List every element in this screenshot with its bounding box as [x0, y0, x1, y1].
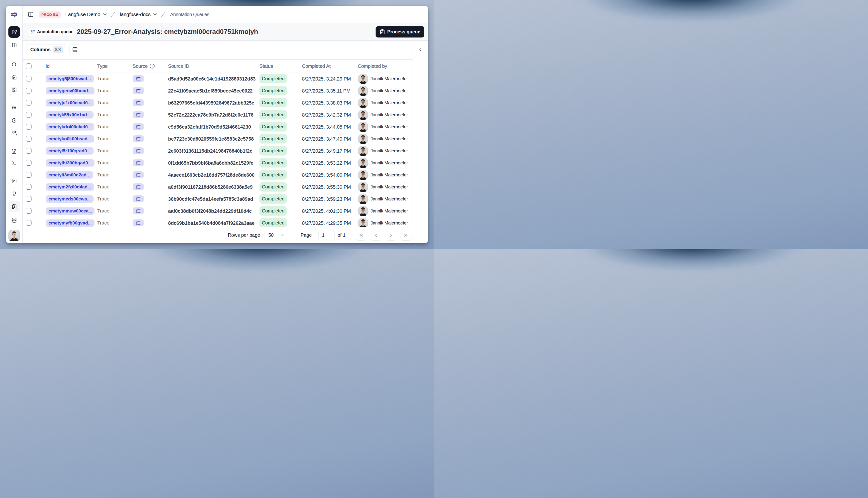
row-checkbox[interactable] — [26, 76, 31, 81]
sidebar-item-sessions[interactable] — [9, 115, 20, 126]
collapse-panel-button[interactable] — [416, 45, 425, 54]
list-tree-icon — [135, 88, 141, 93]
col-header-status[interactable]: Status — [259, 64, 302, 69]
sidebar-item-datasets[interactable] — [9, 214, 20, 226]
row-checkbox[interactable] — [26, 208, 31, 214]
row-checkbox[interactable] — [26, 220, 31, 226]
row-source-badge[interactable] — [133, 171, 144, 178]
row-source-badge[interactable] — [133, 147, 144, 154]
info-icon[interactable] — [150, 64, 155, 69]
table-row[interactable]: cmetykdr400ciad0... Trace c9d56ca32efaff… — [23, 121, 413, 133]
last-page-button[interactable] — [401, 230, 411, 240]
table-row[interactable]: cmetymmuw00cea... Trace aaf0c38db0f3f204… — [23, 205, 413, 217]
langfuse-logo-icon[interactable] — [11, 12, 17, 17]
col-header-source-id[interactable]: Source ID — [168, 64, 259, 69]
table-row[interactable]: cmetym2fz00d4ad... Trace a0df3f901167218… — [23, 181, 413, 193]
table-row[interactable]: cmetylht300bqad0... Trace 0f1dd65b7bb9bf… — [23, 157, 413, 169]
row-id-badge[interactable]: cmetyl5r100grad0... — [46, 147, 94, 155]
row-source-badge[interactable] — [133, 159, 144, 166]
chevron-down-icon[interactable] — [152, 12, 158, 17]
row-checkbox[interactable] — [26, 148, 31, 154]
page-number-input[interactable]: 1 — [318, 230, 335, 241]
prev-page-button[interactable] — [371, 230, 381, 240]
table-row[interactable]: cmetymeds00cwa... Trace 36b90cdfc47e5da1… — [23, 193, 413, 205]
sidebar-item-home[interactable] — [9, 71, 20, 83]
list-tree-icon — [135, 148, 141, 154]
row-id-badge[interactable]: cmetylt3m00d2ad... — [46, 171, 93, 179]
table-toolbar: Columns 8/8 — [23, 41, 413, 60]
row-checkbox[interactable] — [26, 100, 31, 105]
sidebar-item-users[interactable] — [9, 127, 20, 139]
sidebar-item-playground[interactable] — [9, 157, 20, 169]
row-source-badge[interactable] — [133, 87, 144, 94]
table-row[interactable]: cmetyko0k00bsad... Trace be7723e30d80205… — [23, 133, 413, 145]
row-checkbox[interactable] — [26, 184, 31, 189]
table-header-row: Id Type Source Source ID Status Complete… — [23, 60, 413, 73]
col-header-id[interactable]: Id — [46, 64, 98, 69]
table-row[interactable]: cmetylt3m00d2ad... Trace 4aaece1603cb2e1… — [23, 169, 413, 181]
row-checkbox[interactable] — [26, 88, 31, 93]
row-id-badge[interactable]: cmetyju1r00ccad0... — [46, 99, 94, 106]
table-row[interactable]: cmetyl5r100grad0... Trace 2e603f31361115… — [23, 145, 413, 157]
col-header-source[interactable]: Source — [133, 64, 168, 69]
row-id-badge[interactable]: cmetymyfb00gvad... — [46, 220, 94, 227]
next-page-button[interactable] — [386, 230, 396, 240]
sidebar-item-prompts[interactable] — [9, 145, 20, 157]
row-checkbox[interactable] — [26, 124, 31, 130]
sidebar-item-insights[interactable] — [9, 188, 20, 200]
sidebar-item-search[interactable] — [9, 59, 20, 70]
row-source-badge[interactable] — [133, 195, 144, 202]
sidebar-item-grid[interactable] — [9, 39, 20, 51]
sidebar-item-tracing[interactable] — [9, 102, 20, 113]
first-page-button[interactable] — [356, 230, 366, 240]
sidebar-item-annotation[interactable] — [9, 201, 20, 212]
row-status-badge: Completed — [259, 170, 287, 180]
chevron-down-icon[interactable] — [102, 12, 108, 17]
row-source-badge[interactable] — [133, 75, 144, 82]
sidebar-item-open-window[interactable] — [9, 26, 20, 38]
col-header-completed-at[interactable]: Completed At — [302, 64, 358, 69]
process-queue-button[interactable]: Process queue — [376, 26, 424, 38]
row-checkbox[interactable] — [26, 136, 31, 142]
row-source-badge[interactable] — [133, 99, 144, 106]
row-id-badge[interactable]: cmetyko0k00bsad... — [46, 135, 94, 143]
row-source-badge[interactable] — [133, 123, 144, 130]
row-source-badge[interactable] — [133, 220, 144, 226]
col-header-completed-by[interactable]: Completed by — [358, 64, 413, 69]
row-id-badge[interactable]: cmetymeds00cwa... — [46, 195, 94, 202]
row-id-badge[interactable]: cmetygeov00buad... — [46, 87, 94, 94]
table-row[interactable]: cmetygeov00buad... Trace 22c41f09acae5b1… — [23, 85, 413, 97]
table-row[interactable]: cmetymyfb00gvad... Trace 8dc69b1ba1e540b… — [23, 217, 413, 227]
env-badge[interactable]: PROD-EU — [39, 11, 61, 18]
row-type: Trace — [98, 136, 133, 142]
row-checkbox[interactable] — [26, 160, 31, 166]
breadcrumb-project[interactable]: langfuse-docs — [120, 12, 151, 17]
col-header-type[interactable]: Type — [98, 64, 133, 69]
row-source-badge[interactable] — [133, 183, 144, 191]
panel-left-icon[interactable] — [28, 12, 34, 17]
row-checkbox[interactable] — [26, 112, 31, 118]
row-id-badge[interactable]: cmetym2fz00d4ad... — [46, 183, 94, 191]
chevrons-right-icon — [403, 233, 409, 238]
row-id-badge[interactable]: cmetylht300bqad0... — [46, 159, 94, 167]
row-checkbox[interactable] — [26, 172, 31, 178]
row-source-badge[interactable] — [133, 207, 144, 214]
row-checkbox[interactable] — [26, 196, 31, 202]
breadcrumb-org[interactable]: Langfuse Demo — [65, 12, 101, 17]
table-row[interactable]: cmetyju1r00ccad0... Trace b63297665cfd44… — [23, 97, 413, 109]
row-id-badge[interactable]: cmetymmuw00cea... — [46, 207, 94, 215]
row-id-badge[interactable]: cmetykdr400ciad0... — [46, 123, 94, 131]
row-id-badge[interactable]: cmetyk55x00c1ad... — [46, 111, 94, 118]
columns-button[interactable]: Columns 8/8 — [26, 44, 66, 55]
row-height-button[interactable] — [69, 44, 80, 55]
user-avatar[interactable] — [9, 230, 20, 241]
row-source-badge[interactable] — [133, 135, 144, 142]
rows-per-page-select[interactable]: 50 — [264, 230, 288, 241]
select-all-checkbox[interactable] — [26, 64, 31, 69]
table-row[interactable]: cmetyk55x00c1ad... Trace 52c72c2222ea78e… — [23, 109, 413, 121]
sidebar-item-evaluators[interactable] — [9, 175, 20, 187]
row-id-badge[interactable]: cmetyg5j800bwad... — [46, 75, 94, 82]
table-row[interactable]: cmetyg5j800bwad... Trace d5ad9d52a00c6e1… — [23, 73, 413, 85]
sidebar-item-dashboards[interactable] — [9, 84, 20, 96]
row-source-badge[interactable] — [133, 111, 144, 118]
